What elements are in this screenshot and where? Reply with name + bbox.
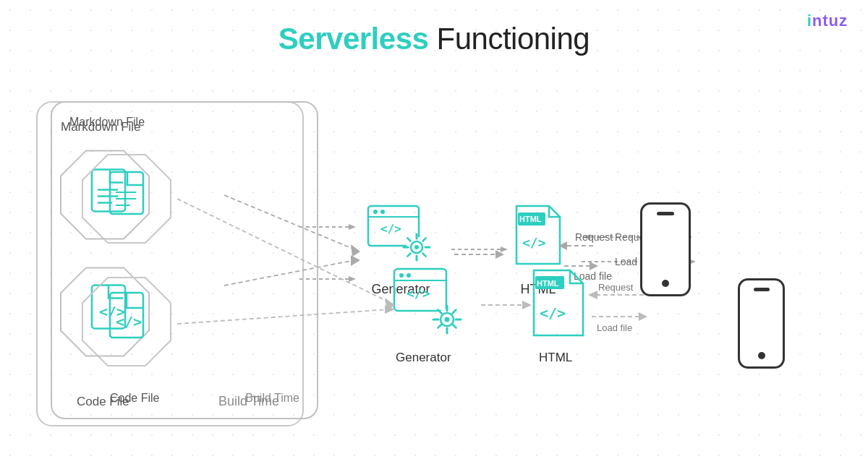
svg-text:Request: Request [598,282,634,293]
svg-text:</>: </> [407,286,430,301]
title-normal: Functioning [428,22,590,56]
svg-text:HTML: HTML [537,279,559,288]
html-svg: HTML </> [528,267,590,340]
svg-marker-86 [639,312,647,321]
code-file-text: Code File [110,392,159,405]
html-text: HTML [539,351,572,365]
page-title: Serverless Functioning [0,22,868,56]
markdown-file-svg [80,152,174,246]
logo-i: i [807,12,812,30]
code-file-svg: </> [80,275,174,369]
svg-text:</>: </> [540,304,566,322]
diagram-absolute: Markdown File Build Time Code File </> <… [36,80,832,448]
markdown-file-label: Markdown File [69,116,145,129]
title-bold: Serverless [278,22,429,56]
intuz-logo: intuz [807,12,848,30]
svg-point-59 [399,273,404,278]
svg-point-64 [445,317,450,322]
phone [738,278,785,369]
svg-point-60 [407,273,411,278]
svg-text:Load file: Load file [597,322,632,333]
logo-ntuz: ntuz [812,12,848,30]
phone-home-button [758,352,765,359]
build-time-text: Build Time [245,392,299,405]
generator-svg: </> [391,267,470,340]
svg-text:</>: </> [116,313,142,330]
build-box: Markdown File Build Time Code File [51,101,318,419]
phone-top-bar [754,288,770,291]
generator-text: Generator [396,351,451,365]
